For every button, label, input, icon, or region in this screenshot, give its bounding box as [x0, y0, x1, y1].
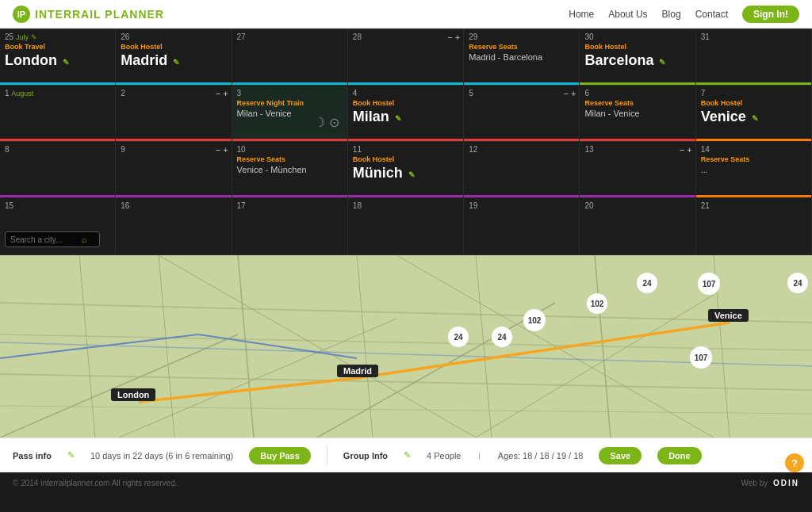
- day-num: 18: [353, 201, 458, 210]
- cal-day-12: 12: [464, 142, 580, 198]
- navbar: IP INTERRAIL PLANNER Home About Us Blog …: [0, 0, 812, 29]
- day-num: 27: [237, 32, 343, 41]
- bar: [696, 139, 811, 141]
- day-num: 19: [469, 201, 574, 210]
- plus-minus[interactable]: −+: [564, 89, 576, 98]
- city-label-london: London: [111, 388, 155, 401]
- plus-minus[interactable]: −+: [680, 145, 692, 155]
- pass-info-label: Pass info: [13, 451, 52, 460]
- bar: [0, 82, 115, 85]
- day-num: 1: [5, 89, 10, 97]
- group-info-label: Group Info: [343, 451, 388, 460]
- plus-minus[interactable]: −+: [447, 32, 460, 42]
- road-number: 24: [637, 273, 657, 293]
- subtitle: Madrid - Barcelona: [469, 52, 574, 62]
- cal-day-25: 25 July ✎ Book Travel London ✎: [0, 29, 116, 86]
- day-num: 17: [237, 201, 343, 210]
- day-num: 29: [469, 32, 574, 41]
- event-label: Book Hostel: [121, 43, 226, 51]
- bar: [464, 195, 579, 197]
- city-madrid: Madrid ✎: [121, 52, 226, 69]
- ages-label: Ages: 18 / 18 / 19 / 18: [498, 451, 584, 460]
- day-num: 2: [121, 89, 226, 97]
- plus-minus[interactable]: −+: [216, 89, 228, 98]
- bar: [348, 195, 463, 197]
- bar: [348, 139, 463, 141]
- nav-about[interactable]: About Us: [608, 9, 647, 20]
- bottom-bar: Pass info ✎ 10 days in 22 days (6 in 6 r…: [0, 437, 812, 472]
- odin-text: ODIN: [773, 479, 799, 487]
- bar: [116, 195, 231, 197]
- logo-icon: IP: [13, 6, 30, 23]
- day-num: 20: [584, 201, 690, 210]
- cal-day-11: 11 Book Hostel Münich ✎: [348, 142, 464, 198]
- signin-button[interactable]: Sign In!: [742, 6, 799, 23]
- day-num: 26: [121, 32, 226, 41]
- day-num: 28: [353, 32, 458, 41]
- nav-contact[interactable]: Contact: [695, 9, 728, 20]
- subtitle: Venice - München: [237, 165, 343, 174]
- day-num: 14: [701, 145, 806, 154]
- footer: © 2014 interrailplanner.com All rights r…: [0, 472, 812, 493]
- plus-minus[interactable]: −+: [216, 145, 228, 155]
- bar: [696, 82, 811, 85]
- map-roads-svg: [0, 255, 812, 437]
- bar: [464, 82, 579, 85]
- road-number: 102: [523, 309, 546, 331]
- subtitle: Milan - Venice: [584, 109, 690, 118]
- day-num: 5: [469, 89, 574, 97]
- road-number: 24: [787, 273, 808, 293]
- pass-detail: 10 days in 22 days (6 in 6 remaining): [90, 451, 233, 460]
- road-number: 107: [698, 273, 720, 295]
- bar: [580, 82, 695, 85]
- city-label-venice: Venice: [708, 309, 749, 322]
- cal-day-6: 6 Reserve Seats Milan - Venice: [580, 86, 695, 142]
- cal-day-17: 17: [232, 198, 348, 254]
- month-label: August: [11, 90, 33, 97]
- subtitle: ...: [701, 165, 806, 174]
- day-num: 13: [584, 145, 690, 154]
- bar: [232, 195, 347, 197]
- bar: [464, 139, 579, 141]
- cal-day-21: 21: [696, 198, 812, 254]
- save-button[interactable]: Save: [599, 447, 642, 464]
- cal-day-10: 10 Reserve Seats Venice - München: [232, 142, 348, 198]
- pass-info-edit: ✎: [67, 450, 75, 460]
- cal-day-9: 9 −+: [116, 142, 232, 198]
- search-box: ⌕: [5, 231, 100, 247]
- cal-day-2: 2 −+: [116, 86, 232, 142]
- web-by: Web by ODIN: [741, 479, 799, 487]
- cal-day-31: 31: [696, 29, 812, 86]
- bar: [0, 139, 115, 141]
- cal-day-28: 28 −+: [348, 29, 464, 86]
- city-barcelona: Barcelona ✎: [584, 52, 690, 69]
- day-num: 8: [5, 145, 110, 154]
- cal-day-1-aug: 1 August: [0, 86, 116, 142]
- bar: [580, 195, 695, 197]
- cal-day-8: 8: [0, 142, 116, 198]
- cal-day-4: 4 Book Hostel Milan ✎: [348, 86, 464, 142]
- road-number: 24: [492, 327, 512, 347]
- search-input[interactable]: [10, 235, 82, 244]
- logo-text-interrail: INTERRAIL: [35, 8, 105, 21]
- copyright: © 2014 interrailplanner.com All rights r…: [13, 479, 177, 487]
- cal-day-20: 20: [580, 198, 695, 254]
- nav-blog[interactable]: Blog: [662, 9, 681, 20]
- search-icon[interactable]: ⌕: [82, 235, 87, 244]
- bar: [232, 139, 347, 141]
- bar: [0, 195, 115, 197]
- event-label: Reserve Night Train: [237, 99, 343, 107]
- day-num: 4: [353, 89, 458, 97]
- city-munich: Münich ✎: [353, 165, 458, 181]
- buy-pass-button[interactable]: Buy Pass: [249, 447, 311, 464]
- help-button[interactable]: ?: [785, 453, 804, 472]
- done-button[interactable]: Done: [657, 447, 702, 464]
- separator: [327, 446, 327, 465]
- cal-day-30: 30 Book Hostel Barcelona ✎: [580, 29, 695, 86]
- nav-home[interactable]: Home: [569, 9, 594, 20]
- event-label: Book Hostel: [353, 99, 458, 107]
- day-num: 10: [237, 145, 343, 154]
- cal-day-19: 19: [464, 198, 580, 254]
- logo-text-planner: PLANNER: [105, 8, 164, 21]
- event-label: Reserve Seats: [237, 155, 343, 163]
